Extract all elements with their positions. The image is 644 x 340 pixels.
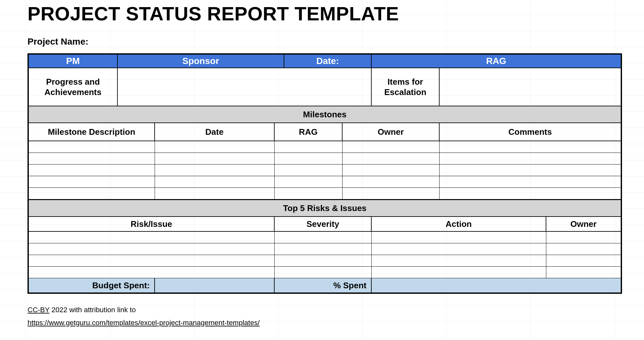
milestone-description-cell[interactable] [29,176,155,188]
milestone-date-cell[interactable] [155,165,275,176]
milestone-description-cell[interactable] [29,165,155,176]
milestone-description-cell[interactable] [29,188,155,199]
attribution-url-link[interactable]: https://www.getguru.com/templates/excel-… [27,319,260,327]
milestone-comments-cell[interactable] [440,141,621,153]
milestone-comments-cell[interactable] [440,176,621,188]
milestone-rag-cell[interactable] [275,165,343,176]
milestone-date-cell[interactable] [155,153,275,165]
milestone-comments-cell[interactable] [440,188,621,199]
report-table: PM Sponsor Date: RAG Progress and Achiev… [27,53,622,294]
risk-owner-cell[interactable] [546,267,621,278]
milestone-date-cell[interactable] [155,188,275,199]
milestone-rag-cell[interactable] [275,153,343,165]
attribution-line-2: https://www.getguru.com/templates/excel-… [27,316,623,329]
attribution-line-1-rest: 2022 with attribution link to [49,306,136,314]
budget-spent-value[interactable] [155,278,275,292]
summary-header-pm[interactable]: PM [29,55,118,68]
page-title: PROJECT STATUS REPORT TEMPLATE [27,3,623,25]
milestone-date-cell[interactable] [155,176,275,188]
budget-pct-label[interactable]: % Spent [275,278,372,292]
risk-action-cell[interactable] [372,255,546,267]
milestones-row [29,153,621,165]
milestone-rag-cell[interactable] [275,141,343,153]
risks-col-owner[interactable]: Owner [546,217,621,232]
milestone-owner-cell[interactable] [343,153,440,165]
milestones-col-comments[interactable]: Comments [440,123,621,141]
risk-severity-cell[interactable] [275,232,372,243]
milestones-banner: Milestones [29,106,621,123]
milestones-row [29,141,621,153]
milestone-description-cell[interactable] [29,153,155,165]
progress-achievements-value[interactable] [118,68,372,106]
items-for-escalation-value[interactable] [440,68,621,106]
budget-row: Budget Spent: % Spent [29,278,621,292]
attribution-block: CC-BY 2022 with attribution link to http… [27,303,623,329]
progress-achievements-label[interactable]: Progress and Achievements [29,68,118,106]
risk-severity-cell[interactable] [275,243,372,255]
milestone-owner-cell[interactable] [343,165,440,176]
risk-owner-cell[interactable] [546,255,621,267]
risk-owner-cell[interactable] [546,243,621,255]
risks-col-issue[interactable]: Risk/Issue [29,217,275,232]
milestone-rag-cell[interactable] [275,176,343,188]
milestones-header-row: Milestone Description Date RAG Owner Com… [29,123,621,141]
milestone-description-cell[interactable] [29,141,155,153]
budget-pct-value[interactable] [372,278,621,292]
milestone-comments-cell[interactable] [440,165,621,176]
summary-header-rag[interactable]: RAG [372,55,621,68]
budget-spent-label[interactable]: Budget Spent: [29,278,155,292]
risk-issue-cell[interactable] [29,255,275,267]
summary-header-sponsor[interactable]: Sponsor [118,55,284,68]
risk-owner-cell[interactable] [546,232,621,243]
risks-banner: Top 5 Risks & Issues [29,200,621,217]
risk-severity-cell[interactable] [275,267,372,278]
risk-action-cell[interactable] [372,232,546,243]
milestone-owner-cell[interactable] [343,176,440,188]
risk-action-cell[interactable] [372,267,546,278]
risks-col-action[interactable]: Action [372,217,546,232]
risk-action-cell[interactable] [372,243,546,255]
milestones-col-description[interactable]: Milestone Description [29,123,155,141]
summary-header-row: PM Sponsor Date: RAG [29,55,621,68]
milestones-row [29,176,621,188]
milestone-rag-cell[interactable] [275,188,343,199]
risks-row [29,255,621,267]
milestones-col-date[interactable]: Date [155,123,275,141]
milestone-owner-cell[interactable] [343,141,440,153]
risks-header-row: Risk/Issue Severity Action Owner [29,217,621,232]
milestones-col-rag[interactable]: RAG [275,123,343,141]
ccby-link[interactable]: CC-BY [27,306,49,314]
risks-col-severity[interactable]: Severity [275,217,372,232]
milestones-row [29,188,621,200]
risks-row [29,267,621,278]
progress-escalation-row: Progress and Achievements Items for Esca… [29,68,621,106]
items-for-escalation-label[interactable]: Items for Escalation [372,68,440,106]
risks-row [29,232,621,243]
risks-row [29,243,621,255]
summary-header-date[interactable]: Date: [284,55,372,68]
milestone-date-cell[interactable] [155,141,275,153]
risk-severity-cell[interactable] [275,255,372,267]
project-name-label[interactable]: Project Name: [27,37,623,47]
risk-issue-cell[interactable] [29,243,275,255]
milestone-owner-cell[interactable] [343,188,440,199]
milestones-col-owner[interactable]: Owner [343,123,440,141]
milestone-comments-cell[interactable] [440,153,621,165]
attribution-line-1: CC-BY 2022 with attribution link to [27,303,623,316]
report-content: PROJECT STATUS REPORT TEMPLATE Project N… [27,3,623,329]
milestones-row [29,165,621,176]
risk-issue-cell[interactable] [29,267,275,278]
risk-issue-cell[interactable] [29,232,275,243]
